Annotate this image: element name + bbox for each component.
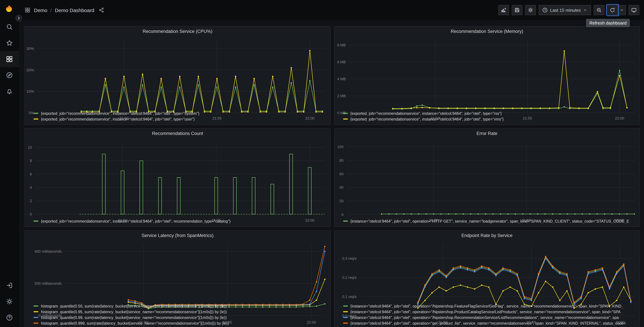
- svg-text:60: 60: [339, 172, 343, 176]
- legend-label: histogram_quantile(0.50, sum(rate(latenc…: [41, 304, 227, 308]
- zoom-out-button[interactable]: [594, 5, 604, 15]
- save-icon: [514, 8, 520, 13]
- zoom-out-icon: [596, 8, 602, 13]
- panel-service-latency: Service Latency (from SpanMetrics) 0 mil…: [24, 230, 330, 327]
- grafana-flame-icon: [4, 4, 14, 14]
- legend-item[interactable]: {exported_job="recommendationservice", i…: [343, 110, 637, 116]
- legend-item[interactable]: {exported_job="recommendationservice", i…: [34, 218, 328, 224]
- refresh-interval-dropdown[interactable]: [618, 5, 626, 15]
- panel-title[interactable]: Recommendation Service (CPU%): [25, 26, 330, 36]
- refresh-button[interactable]: [607, 5, 618, 15]
- legend: {instance="otelcol:9464", job="otel", op…: [334, 218, 640, 226]
- svg-text:2 MB: 2 MB: [337, 94, 346, 98]
- time-range-label: Last 15 minutes: [550, 8, 581, 12]
- chart-service-latency[interactable]: 0 milliseconds200 milliseconds400 millis…: [25, 241, 330, 302]
- sidebar-item-search[interactable]: [0, 19, 19, 35]
- chevron-down-icon: [583, 8, 587, 12]
- gear-icon: [6, 298, 13, 305]
- panel-title[interactable]: Recommendation Service (Memory): [334, 26, 640, 36]
- sidebar-item-sign-in[interactable]: [0, 277, 19, 294]
- legend-item[interactable]: {instance="otelcol:9464", job="otel", op…: [343, 314, 637, 320]
- svg-text:6 MB: 6 MB: [337, 60, 346, 64]
- series-color-swatch: [34, 317, 38, 318]
- legend-item[interactable]: {instance="otelcol:9464", job="otel", op…: [343, 320, 637, 326]
- star-icon: [6, 40, 13, 46]
- chart-recommendation-cpu[interactable]: 0%10%20%30%21:5021:5522:00: [25, 36, 330, 110]
- breadcrumb: Demo / Demo Dashboard: [34, 7, 94, 13]
- chart-endpoint-rate[interactable]: 0.0 req/s0.1 req/s0.2 req/s0.3 req/s21:5…: [334, 241, 640, 302]
- sidebar-item-dashboards[interactable]: [0, 51, 19, 67]
- svg-text:20%: 20%: [26, 68, 34, 72]
- panel-recommendation-cpu: Recommendation Service (CPU%) 0%10%20%30…: [24, 26, 330, 125]
- svg-text:80: 80: [339, 158, 343, 162]
- series-color-swatch: [343, 113, 348, 114]
- svg-text:100: 100: [337, 145, 343, 149]
- series-color-swatch: [343, 317, 348, 318]
- panel-recommendations-count: Recommendations Count 024681021:5021:552…: [24, 128, 330, 227]
- legend-label: {instance="otelcol:9464", job="otel", op…: [350, 219, 629, 223]
- sidebar-item-explore[interactable]: [0, 67, 19, 83]
- legend-item[interactable]: {instance="otelcol:9464", job="otel", op…: [343, 218, 637, 224]
- panel-recommendation-memory: Recommendation Service (Memory) 0 MB2 MB…: [334, 26, 640, 125]
- legend-item[interactable]: histogram_quantile(0.95, sum(rate(latenc…: [34, 309, 328, 314]
- legend-item[interactable]: histogram_quantile(0.99, sum(rate(latenc…: [34, 314, 328, 320]
- dashboard-grid: Recommendation Service (CPU%) 0%10%20%30…: [19, 20, 644, 327]
- legend-label: {exported_job="recommendationservice", i…: [350, 117, 504, 121]
- legend-label: {instance="otelcol:9464", job="otel", op…: [350, 310, 620, 314]
- series-color-swatch: [34, 118, 38, 120]
- legend-item[interactable]: {exported_job="recommendationservice", i…: [34, 110, 328, 116]
- sidebar-item-help[interactable]: [0, 310, 19, 326]
- tv-mode-button[interactable]: [628, 5, 639, 15]
- series-color-swatch: [343, 311, 348, 312]
- gear-icon: [528, 8, 533, 13]
- legend-item[interactable]: {instance="otelcol:9464", job="otel", op…: [343, 309, 637, 314]
- panel-title[interactable]: Error Rate: [334, 128, 640, 139]
- grafana-app: Demo / Demo Dashboard: [0, 0, 644, 327]
- svg-text:400 milliseconds: 400 milliseconds: [34, 249, 62, 254]
- svg-text:6: 6: [30, 172, 32, 176]
- legend-label: {exported_job="recommendationservice", i…: [350, 111, 502, 115]
- sidebar-expand-button[interactable]: [16, 15, 22, 22]
- save-dashboard-button[interactable]: [512, 5, 522, 15]
- series-color-swatch: [34, 323, 38, 324]
- svg-text:20: 20: [339, 199, 343, 203]
- svg-text:8 MB: 8 MB: [337, 43, 346, 47]
- legend-label: {exported_job="recommendationservice", i…: [41, 111, 200, 115]
- legend: {exported_job="recommendationservice", i…: [334, 110, 640, 124]
- series-color-swatch: [343, 118, 348, 120]
- dashboard-settings-button[interactable]: [525, 5, 536, 15]
- add-panel-button[interactable]: [498, 5, 509, 15]
- chart-error-rate[interactable]: 02040608010021:5021:5522:00: [334, 139, 640, 218]
- breadcrumb-folder[interactable]: Demo: [34, 7, 47, 13]
- legend-item[interactable]: histogram_quantile(0.50, sum(rate(latenc…: [34, 303, 328, 309]
- series-color-swatch: [34, 306, 38, 306]
- chevron-down-icon: [620, 8, 624, 12]
- time-range-picker[interactable]: Last 15 minutes: [538, 5, 591, 15]
- legend-item[interactable]: {exported_job="recommendationservice", i…: [34, 116, 328, 122]
- panel-title[interactable]: Service Latency (from SpanMetrics): [25, 231, 330, 241]
- chart-recommendation-memory[interactable]: 0 MB2 MB4 MB6 MB8 MB21:5021:5522:00: [334, 36, 640, 110]
- legend-label: {instance="otelcol:9464", job="otel", op…: [350, 321, 626, 325]
- refresh-button-group: Refresh dashboard: [607, 5, 626, 15]
- sidebar-item-starred[interactable]: [0, 35, 19, 51]
- sidebar-item-settings[interactable]: [0, 294, 19, 310]
- share-dashboard-button[interactable]: [98, 7, 105, 14]
- search-icon: [6, 24, 13, 30]
- series-color-swatch: [34, 113, 38, 114]
- svg-text:0.3 req/s: 0.3 req/s: [342, 256, 356, 260]
- legend-item[interactable]: histogram_quantile(0.999, sum(rate(laten…: [34, 320, 328, 326]
- legend: {exported_job="recommendationservice", i…: [25, 110, 330, 124]
- breadcrumb-dashboard[interactable]: Demo Dashboard: [55, 7, 94, 13]
- legend-item[interactable]: {instance="otelcol:9464", job="otel", op…: [343, 303, 637, 309]
- panel-add-icon: [501, 8, 506, 13]
- chart-recommendations-count[interactable]: 024681021:5021:5522:00: [25, 139, 330, 218]
- legend-item[interactable]: {exported_job="recommendationservice", i…: [343, 116, 637, 122]
- svg-text:30%: 30%: [26, 46, 34, 51]
- legend-label: {instance="otelcol:9464", job="otel", op…: [350, 316, 619, 320]
- panel-title[interactable]: Endpoint Rate by Service: [334, 231, 640, 241]
- legend-label: histogram_quantile(0.999, sum(rate(laten…: [41, 321, 229, 325]
- panel-title[interactable]: Recommendations Count: [25, 128, 330, 139]
- series-color-swatch: [343, 220, 348, 222]
- sidebar-item-alerting[interactable]: [0, 83, 19, 100]
- svg-text:40: 40: [339, 185, 343, 190]
